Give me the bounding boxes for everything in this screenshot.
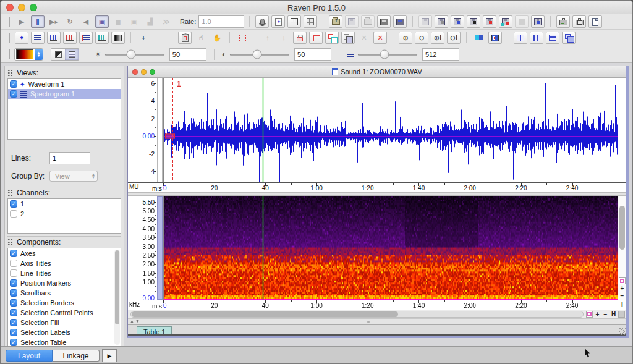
layout-tab-button[interactable]: Layout [6,350,53,362]
components-scrollbar[interactable] [114,250,120,345]
grab-tool-button[interactable]: ✋ [210,32,224,44]
list-item[interactable]: ✓Position Markers [8,278,121,288]
import-sound-button[interactable] [393,15,407,28]
window-resize-handle[interactable] [619,328,626,335]
checkbox[interactable] [10,260,17,267]
tile-columns-button[interactable] [530,32,543,44]
waveform-plot[interactable]: 1 [163,78,618,182]
record-button[interactable] [255,15,269,28]
new-spectrogram-view-button[interactable] [31,32,45,44]
tile-rows-button[interactable] [546,32,559,44]
minimize-window-button[interactable] [18,4,25,11]
checkbox[interactable]: ✓ [10,250,17,257]
play-forward-button[interactable]: ▶▸ [47,15,61,28]
checkbox[interactable]: ✓ [10,309,17,316]
toolbar-drag-handle[interactable] [7,33,10,43]
new-selection-table-button[interactable] [287,15,301,28]
list-item[interactable]: ✓✦Waveform 1 [8,79,121,89]
save-selection-table-button[interactable] [483,15,496,28]
zoom-in-time-button[interactable]: + [594,311,601,318]
spectrogram-plot[interactable] [163,196,618,300]
brightness-slider-thumb[interactable] [127,50,136,59]
list-item[interactable]: ✓Selection Table [8,337,121,347]
colormap-select[interactable]: ▲▼ [14,48,43,61]
zoom-in-frequency-button[interactable]: + [619,285,626,292]
contrast-slider-track[interactable] [230,54,289,56]
zoom-in-button[interactable]: ⊕ [399,32,412,44]
pause-button[interactable]: ∥ [31,15,45,28]
fit-time-button[interactable]: H [610,311,617,318]
play-window-mode-button[interactable]: ▣ [95,15,109,28]
contrast-slider-thumb[interactable] [253,50,262,59]
new-data-table-button[interactable] [304,15,317,28]
time-scroll-thumb[interactable] [132,311,398,317]
close-window-button[interactable] [6,4,14,11]
list-item[interactable]: ✓Scrollbars [8,288,121,298]
checkbox[interactable]: ✓ [10,319,17,326]
checkbox[interactable]: ✓ [10,279,17,287]
save-all-button[interactable] [467,15,480,28]
brightness-slider-value-input[interactable] [169,48,206,61]
contrast-slider-value-input[interactable] [294,48,331,61]
table-splitter[interactable]: ▲▼ [128,318,626,324]
checkbox[interactable] [10,210,17,218]
list-item[interactable]: ✓Selection Fill [8,318,121,328]
linkage-tab-button[interactable]: Linkage [53,350,100,362]
zoom-out-button[interactable]: ⊖ [415,32,428,44]
lines-input[interactable] [49,152,90,164]
list-item[interactable]: Line Titles [8,268,121,278]
window-size-slider-track[interactable] [358,54,417,56]
cascade-windows-button[interactable] [562,32,576,44]
page-layout-icon[interactable] [619,277,626,284]
spectrogram-scrollbar[interactable]: + − [618,196,626,300]
save-sound-as-button[interactable] [435,15,448,28]
expand-selection-button[interactable]: ✕ [373,32,387,44]
list-item[interactable]: ✓Axes [8,248,121,258]
sound-zoom-button[interactable] [150,69,155,75]
zoom-out-selection-button[interactable]: ⊖I [447,32,461,44]
list-item[interactable]: ✓Selection Control Points [8,308,121,318]
grip-icon[interactable] [7,189,13,197]
checkbox[interactable]: ✓ [10,80,17,88]
brightness-slider-track[interactable] [105,54,164,56]
page-layout-icon[interactable] [586,311,593,318]
list-item[interactable]: 2 [8,209,121,219]
play-reverse-button[interactable]: ◀ [79,15,93,28]
new-selection-spectrum-view-button[interactable] [79,32,93,44]
checkbox[interactable]: ✓ [10,339,17,346]
checkbox[interactable]: ✓ [10,90,17,98]
point-tool-button[interactable]: ☝ [194,32,208,44]
open-file-button[interactable] [329,15,342,28]
list-item[interactable]: ✓Spectrogram 1 [8,89,121,99]
rate-input[interactable] [198,15,244,28]
new-colormap-view-button[interactable] [111,32,125,44]
paste-selection-button[interactable] [178,32,192,44]
time-scrollbar[interactable]: + − H [128,310,626,318]
sidebar-expand-button[interactable]: ▶ [102,349,117,362]
grayscale-toggle[interactable] [51,49,65,60]
invert-colors-button[interactable] [488,32,502,44]
checkbox[interactable]: ✓ [10,289,17,297]
spectrogram-scroll-thumb[interactable] [619,206,625,250]
copy-selection-button[interactable] [325,32,339,44]
print-preview-button[interactable] [572,15,586,28]
list-item[interactable]: ✓1 [8,199,121,209]
new-waveform-view-button[interactable]: ✦ [15,32,28,44]
list-item[interactable]: ✓Selection Labels [8,328,121,337]
toolbar-drag-handle[interactable] [7,49,10,59]
checkbox[interactable]: ✓ [10,299,17,307]
window-size-slider-thumb[interactable] [380,50,389,59]
clear-selection-button[interactable] [309,32,323,44]
save-selection-button[interactable] [451,15,464,28]
new-power-spectrum-view-button[interactable] [63,32,77,44]
checkbox[interactable]: ✓ [10,329,17,336]
new-text-page-button[interactable] [588,15,602,28]
zoom-in-selection-button[interactable]: ⊕I [431,32,444,44]
group-by-select[interactable]: View ▲▼ [49,171,98,182]
fit-frequency-button[interactable]: I [619,302,626,308]
waveform-view-selection-button[interactable] [157,78,163,182]
spectrogram-view-selection-button[interactable] [157,196,163,300]
tile-windows-button[interactable] [514,32,527,44]
new-beamogram-view-button[interactable] [95,32,109,44]
selection-mode-button[interactable] [162,32,176,44]
